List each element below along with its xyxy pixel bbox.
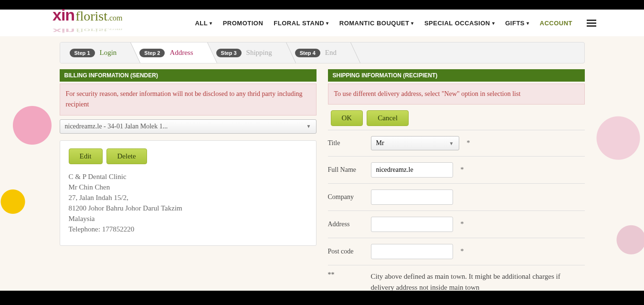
postcode-input[interactable] <box>371 244 453 259</box>
nav-romantic-bouquet[interactable]: ROMANTIC BOUQUET▾ <box>339 20 414 27</box>
nav-floral-stand[interactable]: FLORAL STAND▾ <box>274 20 328 27</box>
logo-brand: xin <box>53 6 74 24</box>
site-header: xin florist .com xin florist .com ALL▾ P… <box>0 10 644 36</box>
ok-button[interactable]: OK <box>331 110 363 126</box>
fullname-input[interactable] <box>371 162 453 178</box>
main-nav: ALL▾ PROMOTION FLORAL STAND▾ ROMANTIC BO… <box>195 20 596 27</box>
billing-header: BILLING INFORMATION (SENDER) <box>60 69 317 82</box>
note-marker: ** <box>328 271 365 279</box>
chevron-down-icon: ▾ <box>527 21 529 26</box>
logo-suffix: florist <box>75 9 107 24</box>
label-postcode: Post code <box>328 248 365 255</box>
required-mark: * <box>461 221 464 228</box>
checkout-steps: Step 1 Login Step 2 Address Step 3 Shipp… <box>60 42 585 63</box>
dropdown-arrow-icon: ▼ <box>306 124 311 129</box>
billing-address-select[interactable]: nicedreamz.le - 34-01 Jalan Molek 1... ▼ <box>60 119 317 134</box>
address-line: C & P Dental Clinic <box>69 173 307 181</box>
black-bottom-bar <box>0 291 644 305</box>
dropdown-arrow-icon: ▼ <box>449 141 454 146</box>
address-input[interactable] <box>371 217 453 232</box>
step-shipping[interactable]: Step 3 Shipping <box>207 42 285 63</box>
step-login[interactable]: Step 1 Login <box>60 42 130 63</box>
step-address[interactable]: Step 2 Address <box>130 42 206 63</box>
address-line: Malaysia <box>69 215 307 223</box>
shipping-header: SHIPPING INFORMATION (RECIPIENT) <box>328 69 585 82</box>
billing-column: BILLING INFORMATION (SENDER) For securit… <box>60 69 317 305</box>
step-end[interactable]: Step 4 End <box>285 42 350 63</box>
chevron-down-icon: ▾ <box>326 21 329 26</box>
label-company: Company <box>328 193 365 201</box>
nav-gifts[interactable]: GIFTS▾ <box>505 20 529 27</box>
nav-promotion[interactable]: PROMOTION <box>223 20 264 27</box>
billing-alert: For security reason, sender information … <box>60 84 317 116</box>
nav-account[interactable]: ACCOUNT <box>540 20 573 27</box>
shipping-column: SHIPPING INFORMATION (RECIPIENT) To use … <box>328 69 585 305</box>
cancel-button[interactable]: Cancel <box>367 110 409 126</box>
company-input[interactable] <box>371 189 453 205</box>
required-mark: * <box>467 139 470 147</box>
nav-special-occasion[interactable]: SPECIAL OCCASION▾ <box>424 20 495 27</box>
address-line: Mr Chin Chen <box>69 183 307 191</box>
billing-address-card: Edit Delete C & P Dental Clinic Mr Chin … <box>60 140 317 246</box>
required-mark: * <box>461 166 464 174</box>
address-line: Telephone: 177852220 <box>69 225 307 233</box>
logo-tld: .com <box>107 14 123 22</box>
edit-button[interactable]: Edit <box>69 148 103 164</box>
label-address: Address <box>328 221 365 228</box>
address-line: 81200 Johor Bahru Johor Darul Takzim <box>69 204 307 212</box>
shipping-alert: To use different delivery address, selec… <box>328 84 585 105</box>
label-fullname: Full Name <box>328 166 365 174</box>
nav-all[interactable]: ALL▾ <box>195 20 212 27</box>
chevron-down-icon: ▾ <box>210 21 212 26</box>
city-note: City above defined as main town. It migh… <box>371 271 585 293</box>
required-mark: * <box>461 248 464 255</box>
title-select[interactable]: Mr ▼ <box>371 136 459 150</box>
chevron-down-icon: ▾ <box>492 21 495 26</box>
delete-button[interactable]: Delete <box>106 148 147 164</box>
menu-icon[interactable] <box>587 20 596 27</box>
address-line: 27, Jalan Indah 15/2, <box>69 194 307 202</box>
chevron-down-icon: ▾ <box>411 21 414 26</box>
label-title: Title <box>328 139 365 147</box>
logo[interactable]: xin florist .com xin florist .com <box>53 6 186 40</box>
